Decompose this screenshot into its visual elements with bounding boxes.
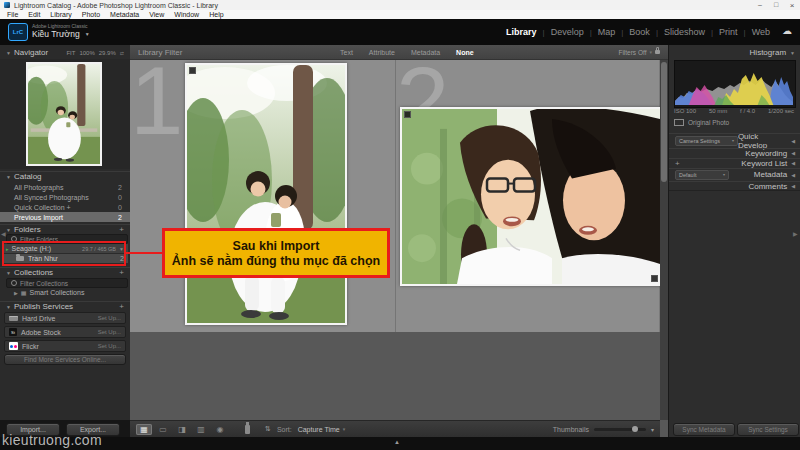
metadata-preset-label: Default [679, 172, 696, 178]
left-panel-collapse-icon[interactable]: ◀ [1, 230, 6, 237]
metadata-preset-dropdown[interactable]: Default ▾ [675, 170, 729, 180]
service-setup-link[interactable]: Set Up... [98, 343, 121, 349]
nav-zoom-fit[interactable]: FIT [66, 50, 75, 56]
photo-thumbnail-2[interactable] [400, 107, 662, 286]
title-bar: Lightroom Catalog - Adobe Photoshop Ligh… [0, 0, 800, 10]
people-view-icon[interactable]: ◉ [212, 424, 228, 435]
module-slideshow[interactable]: Slideshow [664, 27, 705, 37]
annotation-line-2: Ảnh sẽ nằm đúng thu mục đã chọn [172, 254, 380, 268]
catalog-item-quick-collection[interactable]: Quick Collection + 0 [0, 202, 130, 212]
find-more-services-button[interactable]: Find More Services Online... [4, 354, 126, 365]
add-keyword-button[interactable]: + [675, 159, 680, 168]
module-library[interactable]: Library [506, 27, 537, 37]
sync-settings-button[interactable]: Sync Settings [737, 423, 799, 436]
filter-tab-none[interactable]: None [456, 49, 474, 56]
catalog-name[interactable]: Kiều Trường [32, 29, 80, 39]
sort-criteria-dropdown[interactable]: Capture Time [298, 426, 340, 433]
histogram-chart[interactable] [674, 60, 796, 108]
metadata-title: Metadata [754, 170, 787, 179]
cloud-sync-icon[interactable]: ☁ [782, 25, 792, 36]
photo-badge-icon[interactable] [189, 67, 196, 74]
catalog-item-previous-import[interactable]: Previous Import 2 [0, 212, 130, 222]
expand-triangle-icon[interactable]: ▶ [14, 290, 18, 296]
module-map[interactable]: Map [598, 27, 616, 37]
navigator-header[interactable]: ▼ Navigator FIT 100% 29.9% ⇄ [0, 47, 130, 58]
add-collection-button[interactable]: + [119, 268, 124, 277]
collections-title: Collections [14, 268, 53, 277]
publish-service-adobe-stock[interactable]: St Adobe Stock Set Up... [4, 326, 126, 338]
catalog-item-all-synced[interactable]: All Synced Photographs 0 [0, 192, 130, 202]
collapse-triangle-icon: ▼ [6, 227, 11, 233]
collapse-triangle-icon: ▼ [6, 50, 11, 56]
photo-badge-icon[interactable] [651, 275, 658, 282]
menu-view[interactable]: View [144, 11, 169, 18]
comments-header[interactable]: Comments ◀ [669, 181, 800, 191]
right-panel-collapse-icon[interactable]: ▶ [793, 230, 798, 237]
catalog-item-label: Quick Collection + [14, 204, 71, 211]
publish-service-hard-drive[interactable]: Hard Drive Set Up... [4, 312, 126, 324]
dropdown-chevron-icon: ▾ [732, 138, 734, 143]
scrollbar-thumb[interactable] [661, 62, 667, 182]
keyword-list-header[interactable]: + Keyword List ◀ [669, 158, 800, 167]
photo-badge-icon[interactable] [404, 111, 411, 118]
service-setup-link[interactable]: Set Up... [98, 329, 121, 335]
photo-thumbnail-1[interactable] [185, 63, 347, 325]
close-button[interactable]: × [784, 1, 800, 10]
nav-zoom-100[interactable]: 100% [79, 50, 94, 56]
window-title: Lightroom Catalog - Adobe Photoshop Ligh… [14, 2, 218, 9]
keywording-header[interactable]: Keywording ◀ [669, 148, 800, 157]
menu-metadata[interactable]: Metadata [105, 11, 144, 18]
grid-scrollbar[interactable] [660, 60, 668, 420]
filters-off-dropdown[interactable]: Filters Off [618, 49, 646, 56]
module-print[interactable]: Print [719, 27, 738, 37]
histogram-header[interactable]: Histogram ▼ [669, 47, 800, 58]
filter-tab-attribute[interactable]: Attribute [369, 49, 395, 56]
filmstrip-reveal-arrow-icon[interactable]: ▲ [394, 439, 400, 445]
catalog-item-all-photographs[interactable]: All Photographs 2 [0, 182, 130, 192]
module-web[interactable]: Web [752, 27, 770, 37]
menu-edit[interactable]: Edit [23, 11, 45, 18]
survey-view-icon[interactable]: ▥ [193, 424, 209, 435]
grid-view-icon[interactable]: ▦ [136, 424, 152, 435]
publish-services-header[interactable]: ▼ Publish Services + [0, 301, 130, 311]
navigator-preview-photo[interactable] [26, 62, 102, 166]
loupe-view-icon[interactable]: ▭ [155, 424, 171, 435]
camera-settings-dropdown[interactable]: Camera Settings ▾ [675, 136, 738, 146]
module-develop[interactable]: Develop [551, 27, 584, 37]
collection-item-smart-collections[interactable]: ▶ ▦ Smart Collections [2, 288, 128, 297]
menu-photo[interactable]: Photo [77, 11, 105, 18]
catalog-header[interactable]: ▼ Catalog [0, 171, 130, 181]
publish-service-flickr[interactable]: Flickr Set Up... [4, 340, 126, 352]
metadata-header[interactable]: Default ▾ Metadata ◀ [669, 168, 800, 180]
menu-library[interactable]: Library [45, 11, 76, 18]
lock-icon[interactable] [655, 50, 660, 54]
filter-collections-input[interactable]: Filter Collections [6, 278, 128, 288]
sync-metadata-button[interactable]: Sync Metadata [673, 423, 735, 436]
menu-window[interactable]: Window [169, 11, 204, 18]
service-setup-link[interactable]: Set Up... [98, 315, 121, 321]
identity-chevron-icon[interactable]: ▼ [85, 31, 90, 37]
menu-file[interactable]: File [2, 11, 23, 18]
navigator-photo-art [28, 64, 100, 164]
compare-view-icon[interactable]: ◨ [174, 424, 190, 435]
menu-help[interactable]: Help [204, 11, 228, 18]
painter-tool-icon[interactable] [245, 425, 250, 434]
filter-tab-text[interactable]: Text [340, 49, 353, 56]
original-photo-label: Original Photo [688, 119, 729, 126]
sort-direction-icon[interactable]: ⇅ [265, 425, 271, 433]
collapse-triangle-icon: ▼ [6, 174, 11, 180]
maximize-button[interactable]: □ [768, 1, 784, 10]
quick-develop-header[interactable]: Camera Settings ▾ Quick Develop ◀ [669, 133, 800, 147]
nav-zoom-ratio[interactable]: 29.9% [99, 50, 116, 56]
catalog-item-count: 2 [118, 184, 122, 191]
thumbnail-size-slider[interactable] [594, 428, 646, 431]
add-folder-button[interactable]: + [119, 225, 124, 234]
collections-header[interactable]: ▼ Collections + [0, 267, 130, 277]
flickr-icon [9, 342, 18, 350]
folders-header[interactable]: ▼ Folders + [0, 224, 130, 234]
minimize-button[interactable]: – [752, 1, 768, 10]
toolbar-options-chevron-icon[interactable]: ▾ [651, 426, 654, 433]
add-publish-service-button[interactable]: + [119, 302, 124, 311]
nav-zoom-swap-icon[interactable]: ⇄ [120, 50, 124, 56]
module-book[interactable]: Book [629, 27, 650, 37]
